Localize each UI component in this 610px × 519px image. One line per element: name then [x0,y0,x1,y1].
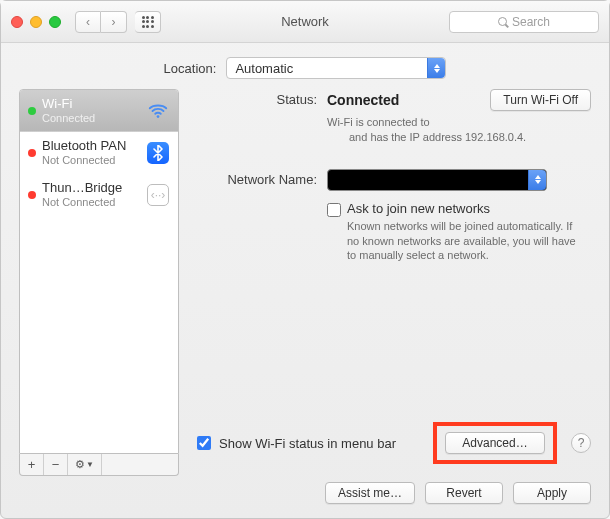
wifi-icon [146,99,170,123]
panel-bottom-row: Show Wi-Fi status in menu bar Advanced… … [197,416,591,476]
status-dot-icon [28,191,36,199]
service-actions-button[interactable]: ⚙︎ ▼ [68,454,102,475]
detail-panel: Status: Connected Turn Wi-Fi Off Wi-Fi i… [197,89,591,476]
gear-icon: ⚙︎ [75,458,85,471]
location-row: Location: Automatic [1,43,609,89]
service-list: Wi-Fi Connected [19,89,179,454]
status-label: Status: [197,89,327,107]
close-window-button[interactable] [11,16,23,28]
service-name: Bluetooth PAN [42,139,140,154]
ask-to-join-label: Ask to join new networks [347,201,587,216]
network-name-label: Network Name: [197,169,327,187]
status-dot-icon [28,107,36,115]
select-arrows-icon [427,58,445,78]
status-dot-icon [28,149,36,157]
status-value: Connected [327,92,399,108]
apply-button[interactable]: Apply [513,482,591,504]
ask-to-join-checkbox[interactable] [327,203,341,217]
location-select[interactable]: Automatic [226,57,446,79]
show-all-button[interactable] [135,11,161,33]
wifi-toggle-button[interactable]: Turn Wi-Fi Off [490,89,591,111]
help-button[interactable]: ? [571,433,591,453]
assist-me-button[interactable]: Assist me… [325,482,415,504]
main-area: Wi-Fi Connected [1,89,609,476]
service-status: Not Connected [42,154,140,167]
search-icon [498,17,508,27]
service-item-thunderbolt-bridge[interactable]: Thun…Bridge Not Connected ‹··› [20,174,178,216]
add-service-button[interactable]: + [20,454,44,475]
search-placeholder: Search [512,15,550,29]
advanced-button-highlight: Advanced… [433,422,557,464]
svg-point-0 [157,115,160,118]
network-prefpane-window: ‹ › Network Search Location: Automatic [0,0,610,519]
status-description: Wi-Fi is connected to and has the IP add… [327,115,557,145]
service-status: Not Connected [42,196,140,209]
service-name: Thun…Bridge [42,181,140,196]
advanced-button[interactable]: Advanced… [445,432,545,454]
forward-button[interactable]: › [101,11,127,33]
chevron-down-icon: ▼ [86,460,94,469]
show-in-menubar-label: Show Wi-Fi status in menu bar [219,436,396,451]
nav-buttons: ‹ › [75,11,127,33]
service-sidebar: Wi-Fi Connected [19,89,179,476]
service-item-bluetooth[interactable]: Bluetooth PAN Not Connected [20,132,178,174]
service-item-wifi[interactable]: Wi-Fi Connected [20,90,178,132]
remove-service-button[interactable]: − [44,454,68,475]
back-button[interactable]: ‹ [75,11,101,33]
ask-to-join-row: Ask to join new networks Known networks … [327,201,591,264]
chevron-left-icon: ‹ [86,15,90,29]
service-name: Wi-Fi [42,97,140,112]
location-value: Automatic [235,61,293,76]
status-row: Status: Connected Turn Wi-Fi Off Wi-Fi i… [197,89,591,145]
show-in-menubar-checkbox[interactable] [197,436,211,450]
network-name-row: Network Name: Ask to join new networks K… [197,169,591,264]
bluetooth-icon [146,141,170,165]
traffic-lights [11,16,61,28]
chevron-right-icon: › [112,15,116,29]
grid-icon [142,16,154,28]
search-input[interactable]: Search [449,11,599,33]
location-label: Location: [164,61,217,76]
zoom-window-button[interactable] [49,16,61,28]
minimize-window-button[interactable] [30,16,42,28]
ask-to-join-description: Known networks will be joined automatica… [347,219,587,264]
help-icon: ? [578,436,585,450]
thunderbolt-bridge-icon: ‹··› [146,183,170,207]
network-name-select[interactable] [327,169,547,191]
sidebar-footer: + − ⚙︎ ▼ [19,454,179,476]
footer-buttons: Assist me… Revert Apply [1,476,609,518]
revert-button[interactable]: Revert [425,482,503,504]
titlebar: ‹ › Network Search [1,1,609,43]
select-arrows-icon [528,170,546,190]
service-status: Connected [42,112,140,125]
